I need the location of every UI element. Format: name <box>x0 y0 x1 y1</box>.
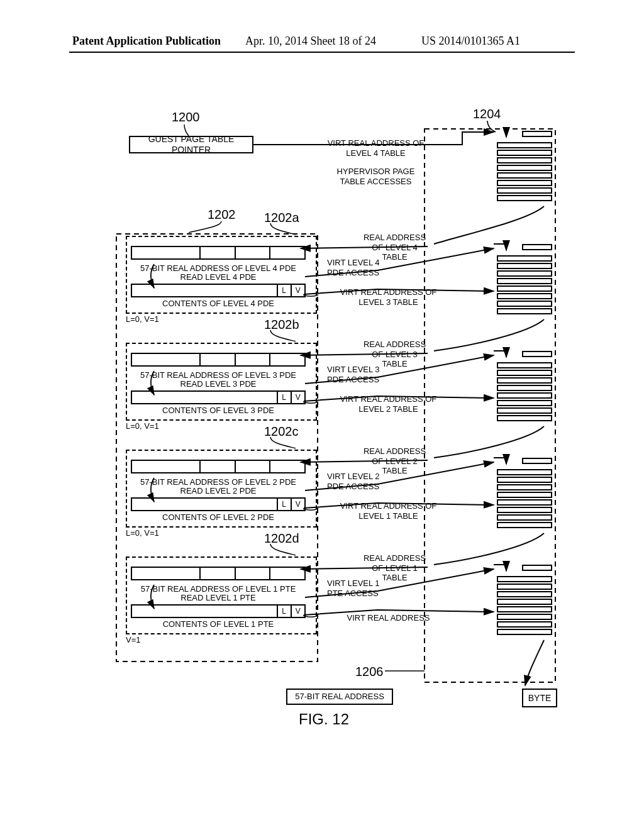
header-center: Apr. 10, 2014 Sheet 18 of 24 <box>245 35 376 48</box>
label-1202: 1202 <box>208 208 236 222</box>
flag-V: V <box>292 392 304 403</box>
block4-real-out: VIRT REAL ADDRESS OF LEVEL 3 TABLE <box>340 287 437 307</box>
block3-access: VIRT LEVEL 3 PDE ACCESS <box>327 365 390 384</box>
flag-L: L <box>278 392 292 403</box>
block2-contents: CONTENTS OF LEVEL 2 PDE <box>131 512 306 523</box>
label-1202c: 1202c <box>264 424 299 439</box>
header-left: Patent Application Publication <box>72 35 221 48</box>
flag-L: L <box>278 285 292 296</box>
label-1200: 1200 <box>172 110 200 124</box>
figure-caption: FIG. 12 <box>299 711 349 728</box>
flag-L: L <box>278 606 292 617</box>
flag-V: V <box>292 285 304 296</box>
bottom-57bit-box: 57-BIT REAL ADDRESS <box>286 689 393 705</box>
block2-real-out: VIRT REAL ADDRESS OF LEVEL 1 TABLE <box>340 501 437 521</box>
flag-L: L <box>278 499 292 510</box>
virt-real-address-level4: VIRT REAL ADDRESS OF LEVEL 4 TABLE <box>327 138 425 158</box>
block2-readsub: READ LEVEL 2 PDE <box>131 486 306 496</box>
diagram-fig-12: 1200 1202 1202a 1202b 1202c 1202d 1204 1… <box>75 94 566 742</box>
block3-readsub: READ LEVEL 3 PDE <box>131 379 306 389</box>
block1-real-out: VIRT REAL ADDRESS <box>340 613 437 623</box>
label-1204: 1204 <box>473 107 501 121</box>
byte-box: BYTE <box>522 689 557 707</box>
label-1202b: 1202b <box>264 318 299 332</box>
block1-lv: V=1 <box>126 635 141 645</box>
block2-lv: L=0, V=1 <box>126 528 159 538</box>
block1-access: VIRT LEVEL 1 PTE ACCESS <box>327 578 390 598</box>
block3-real-out: VIRT REAL ADDRESS OF LEVEL 2 TABLE <box>340 394 437 414</box>
block2-access: VIRT LEVEL 2 PDE ACCESS <box>327 472 390 491</box>
label-1202a: 1202a <box>264 211 299 225</box>
header-right: US 2014/0101365 A1 <box>421 35 520 48</box>
flag-V: V <box>292 606 304 617</box>
block1-readsub: READ LEVEL 1 PTE <box>131 593 306 603</box>
label-1202d: 1202d <box>264 531 299 546</box>
block4-readsub: READ LEVEL 4 PDE <box>131 272 306 282</box>
block1-contents: CONTENTS OF LEVEL 1 PTE <box>131 619 306 629</box>
label-1206: 1206 <box>355 665 384 679</box>
block3-lv: L=0, V=1 <box>126 421 159 431</box>
block4-contents: CONTENTS OF LEVEL 4 PDE <box>131 299 306 309</box>
block3-contents: CONTENTS OF LEVEL 3 PDE <box>131 406 306 416</box>
header-rule <box>69 52 575 53</box>
block4-access: VIRT LEVEL 4 PDE ACCESS <box>327 258 390 277</box>
block4-lv: L=0, V=1 <box>126 314 159 324</box>
guest-page-table-pointer: GUEST PAGE TABLE POINTER <box>129 136 253 153</box>
flag-V: V <box>292 499 304 510</box>
hypervisor-page-table-accesses: HYPERVISOR PAGE TABLE ACCESSES <box>327 167 425 186</box>
